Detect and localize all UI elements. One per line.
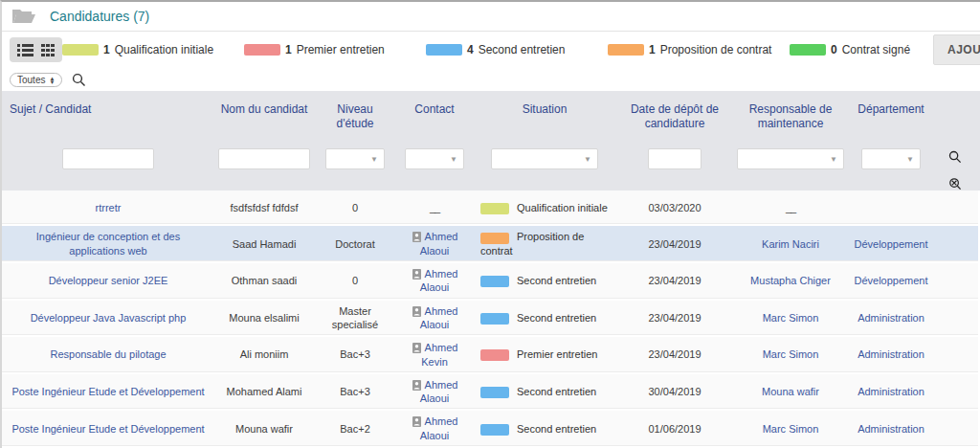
contact-link[interactable]: Ahmed Alaoui: [420, 379, 458, 404]
filter-select-3[interactable]: ▼: [325, 148, 385, 169]
table-row[interactable]: Poste Ingénieur Etude et DéveloppementMo…: [2, 411, 978, 448]
cell-subject[interactable]: Poste Ingénieur Etude et Développement: [2, 381, 214, 402]
table-row[interactable]: Responsable du pilotageAli moniimBac+3Ah…: [2, 337, 978, 374]
cell-subject[interactable]: Responsable du pilotage: [2, 344, 214, 365]
cell-manager[interactable]: Marc Simon: [733, 418, 848, 439]
cell-candidate-name: fsdfsfdsf fdfdsf: [214, 197, 314, 218]
cell-department[interactable]: Développement: [848, 270, 934, 291]
department-link[interactable]: Administration: [858, 348, 924, 360]
column-header-5[interactable]: Situation: [473, 91, 616, 135]
column-header-3[interactable]: Niveau d'étude: [314, 91, 396, 135]
column-header-2[interactable]: Nom du candidat: [214, 91, 314, 135]
scope-select[interactable]: Toutes ▲▼: [10, 73, 62, 87]
department-link[interactable]: Développement: [854, 275, 927, 286]
manager-link[interactable]: Marc Simon: [763, 423, 819, 435]
cell-study-level: Bac+2: [314, 418, 396, 439]
department-link[interactable]: Administration: [858, 386, 924, 397]
cell-manager[interactable]: __: [733, 197, 848, 218]
cell-contact[interactable]: Ahmed Kevin: [396, 337, 473, 372]
manager-link[interactable]: Karim Naciri: [762, 238, 819, 250]
scope-select-value: Toutes: [17, 75, 45, 85]
legend-count: 4: [467, 43, 474, 56]
table-row[interactable]: Développeur Java Javascript phpMouna els…: [2, 301, 978, 338]
column-header-6[interactable]: Date de dépôt de candidature: [616, 91, 733, 135]
cell-department[interactable]: Administration: [848, 381, 934, 402]
subject-link[interactable]: rtrretr: [96, 202, 122, 213]
status-swatch: [480, 424, 509, 436]
empty-dash: __: [430, 202, 439, 213]
filter-input-2[interactable]: [218, 148, 310, 169]
add-button[interactable]: AJOUTER: [933, 34, 980, 65]
filter-select-8[interactable]: ▼: [861, 148, 921, 169]
grid-view-icon[interactable]: [41, 44, 55, 56]
cell-candidate-name: Ali moniim: [214, 344, 314, 365]
cell-contact[interactable]: Ahmed Alaoui: [396, 411, 473, 446]
subject-link[interactable]: Poste Ingénieur Etude et Développement: [11, 386, 204, 397]
filter-cell-8: ▼: [848, 135, 934, 190]
cell-department[interactable]: Développement: [848, 234, 934, 255]
filter-input-1[interactable]: [62, 148, 154, 169]
cell-actions: [934, 240, 976, 248]
filter-select-7[interactable]: ▼: [737, 148, 844, 169]
column-header-4[interactable]: Contact: [396, 91, 473, 135]
cell-contact[interactable]: Ahmed Alaoui: [396, 226, 473, 261]
quick-search-icon[interactable]: [72, 73, 86, 87]
cell-department[interactable]: Administration: [848, 344, 934, 365]
cell-subject[interactable]: rtrretr: [2, 197, 214, 218]
column-header-8[interactable]: Département: [848, 91, 934, 135]
column-header-7[interactable]: Responsable de maintenance: [733, 91, 848, 135]
contact-link[interactable]: Ahmed Kevin: [421, 342, 457, 367]
table-row[interactable]: Poste Ingénieur Etude et DéveloppementMo…: [2, 374, 978, 412]
chevron-down-icon: ▼: [450, 155, 457, 164]
clear-filter-icon[interactable]: [948, 177, 962, 190]
legend-label: Contrat signé: [842, 43, 910, 56]
manager-link[interactable]: Marc Simon: [763, 312, 819, 324]
cell-situation: Second entretien: [473, 307, 616, 328]
toolbar: 1Qualification initiale1Premier entretie…: [2, 32, 980, 69]
cell-situation: Second entretien: [473, 270, 616, 291]
table-row[interactable]: Ingénieur de conception et des applicati…: [2, 226, 978, 263]
apply-filter-icon[interactable]: [948, 150, 962, 164]
department-link[interactable]: Administration: [858, 312, 924, 324]
contact-link[interactable]: Ahmed Alaoui: [420, 305, 458, 330]
cell-manager[interactable]: Mustapha Chiger: [733, 270, 848, 291]
cell-department[interactable]: Administration: [848, 307, 934, 328]
cell-manager[interactable]: Karim Naciri: [733, 234, 848, 255]
cell-subject[interactable]: Développeur Java Javascript php: [2, 307, 214, 328]
manager-link[interactable]: Mouna wafir: [762, 386, 819, 397]
cell-deposit-date: 23/04/2019: [616, 270, 733, 291]
cell-manager[interactable]: Marc Simon: [733, 344, 848, 365]
cell-contact[interactable]: Ahmed Alaoui: [396, 263, 473, 299]
cell-manager[interactable]: Mouna wafir: [733, 381, 848, 402]
column-header-actions: [934, 91, 976, 135]
cell-department[interactable]: [848, 204, 934, 212]
list-view-icon[interactable]: [17, 44, 33, 56]
manager-link[interactable]: Mustapha Chiger: [750, 275, 831, 286]
subject-link[interactable]: Développeur Java Javascript php: [31, 312, 187, 324]
cell-subject[interactable]: Ingénieur de conception et des applicati…: [2, 226, 214, 261]
filter-select-5[interactable]: ▼: [491, 148, 598, 169]
subject-link[interactable]: Développeur senior J2EE: [49, 275, 168, 286]
department-link[interactable]: Administration: [858, 423, 924, 435]
contact-link[interactable]: Ahmed Alaoui: [420, 268, 458, 293]
cell-contact[interactable]: __: [396, 197, 473, 218]
cell-department[interactable]: Administration: [848, 418, 934, 439]
cell-contact[interactable]: Ahmed Alaoui: [396, 374, 473, 410]
cell-subject[interactable]: Développeur senior J2EE: [2, 270, 214, 291]
contact-link[interactable]: Ahmed Alaoui: [420, 415, 458, 440]
chevron-down-icon: ▼: [370, 155, 378, 164]
contact-link[interactable]: Ahmed Alaoui: [420, 231, 458, 256]
table-row[interactable]: rtrretrfsdfsfdsf fdfdsf0__Qualification …: [2, 190, 978, 226]
cell-subject[interactable]: Poste Ingénieur Etude et Développement: [2, 418, 214, 439]
cell-contact[interactable]: Ahmed Alaoui: [396, 301, 473, 336]
manager-link[interactable]: Marc Simon: [763, 348, 819, 360]
column-header-1[interactable]: Sujet / Candidat: [2, 91, 214, 135]
filter-select-4[interactable]: ▼: [405, 148, 464, 169]
subject-link[interactable]: Ingénieur de conception et des applicati…: [36, 231, 180, 256]
cell-manager[interactable]: Marc Simon: [733, 307, 848, 328]
department-link[interactable]: Développement: [854, 238, 927, 250]
subject-link[interactable]: Poste Ingénieur Etude et Développement: [11, 423, 204, 435]
filter-input-6[interactable]: [648, 148, 702, 169]
subject-link[interactable]: Responsable du pilotage: [50, 348, 166, 360]
table-row[interactable]: Développeur senior J2EEOthman saadi0Ahme…: [2, 263, 978, 301]
